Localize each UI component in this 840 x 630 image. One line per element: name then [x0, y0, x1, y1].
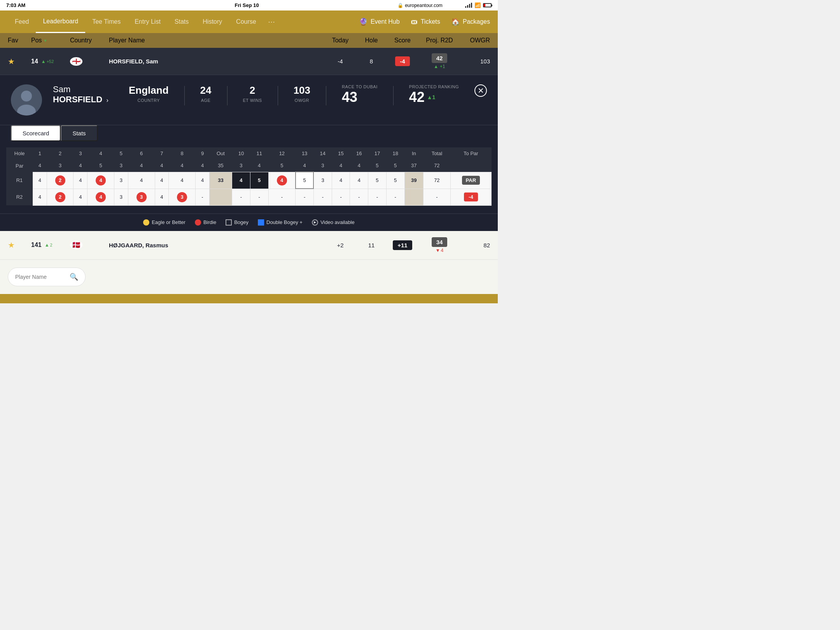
sc-r2-h3: 4 [74, 189, 88, 205]
sc-r2-label: R2 [6, 189, 33, 205]
legend-double-label: Double Bogey + [266, 219, 303, 225]
legend-double: Double Bogey + [258, 219, 303, 226]
legend-video-label: Video available [320, 219, 355, 225]
url-bar: 🔒 europeantour.com [397, 3, 443, 8]
header-fav: Fav [8, 37, 31, 44]
nav-course[interactable]: Course [229, 11, 263, 32]
nav-more-dots[interactable]: ⋯ [263, 10, 280, 33]
stat-owgr-label: OWGR [294, 98, 310, 103]
nav-event-hub[interactable]: 🔮 Event Hub [359, 18, 400, 26]
nav-leaderboard[interactable]: Leaderboard [36, 11, 85, 33]
proj-down-arrow-hojgaard: ▼ [436, 248, 440, 253]
nav-packages[interactable]: 🏠 Packages [451, 18, 490, 26]
sc-h-16: 16 [350, 147, 368, 159]
header-owgr: OWGR [459, 37, 490, 44]
sort-arrow-icon: ▼ [44, 38, 47, 43]
tab-stats[interactable]: Stats [61, 125, 97, 141]
pos-horsfield: 14 ▲ +52 [31, 58, 70, 65]
svg-point-1 [21, 91, 32, 102]
scorecard-r1-row: R1 4 2 4 4 3 4 4 4 4 33 4 5 4 5 3 4 4 5 … [6, 172, 492, 189]
nav-history[interactable]: History [196, 11, 229, 32]
scorecard-tabs: Scorecard Stats [0, 125, 498, 147]
sc-r1-h5: 3 [114, 172, 128, 189]
sc-r2-h14: - [313, 189, 332, 205]
stat-age: 24 AGE [200, 84, 212, 103]
sc-h-5: 5 [114, 147, 128, 159]
sc-h-13: 13 [296, 147, 314, 159]
stat-country: England COUNTRY [129, 84, 169, 103]
gold-bar [0, 294, 498, 303]
nav-entry-list[interactable]: Entry List [128, 11, 168, 32]
sc-p-4: 5 [88, 159, 114, 172]
stat-divider-1 [184, 86, 185, 105]
tickets-label: Tickets [421, 18, 440, 25]
close-card-button[interactable]: ✕ [474, 84, 487, 97]
race-value: 43 [342, 89, 378, 105]
search-input-wrap[interactable]: 🔍 [8, 268, 86, 286]
player-firstname-display: Sam [53, 84, 70, 94]
sc-r2-h4: 4 [88, 189, 114, 205]
sc-r2-h6: 3 [128, 189, 155, 205]
sc-p-3: 4 [74, 159, 88, 172]
sc-p-12: 5 [268, 159, 296, 172]
today-horsfield: -4 [323, 58, 358, 65]
table-header: Fav Pos ▼ Country Player Name Today Hole… [0, 33, 498, 48]
tab-scorecard[interactable]: Scorecard [11, 125, 61, 141]
sc-r2-h2: 2 [47, 189, 74, 205]
player-lastname-hojgaard: HØJGAARD [109, 242, 142, 248]
country-horsfield: 🏴󠁧󠁢󠁥󠁮󠁧󠁿 [70, 57, 109, 66]
nav-tickets[interactable]: 🎟 Tickets [411, 18, 440, 26]
search-icon[interactable]: 🔍 [70, 273, 78, 281]
header-hole: Hole [358, 37, 385, 44]
birdie-r2-h8: 3 [177, 192, 187, 202]
today-hojgaard: +2 [323, 242, 358, 248]
sc-p-5: 3 [114, 159, 128, 172]
legend-birdie-label: Birdie [203, 219, 216, 225]
player-link-arrow[interactable]: › [107, 97, 108, 103]
sc-r1-out: 33 [209, 172, 232, 189]
sc-r2-out [209, 189, 232, 205]
header-pos[interactable]: Pos ▼ [31, 37, 70, 44]
proj-badge-hojgaard: 34 [432, 237, 448, 247]
sc-p-label: Par [6, 159, 33, 172]
player-row-hojgaard[interactable]: ★ 141 ▲ 2 🇩🇰 HØJGAARD, Rasmus +2 11 +11 … [0, 231, 498, 260]
event-hub-label: Event Hub [371, 18, 400, 25]
player-card-horsfield: Sam HORSFIELD › England COUNTRY 24 AGE 2… [0, 75, 498, 125]
status-bar: 7:03 AM Fri Sep 10 🔒 europeantour.com 📶 [0, 0, 498, 10]
fav-hojgaard[interactable]: ★ [8, 240, 31, 250]
nav-stats[interactable]: Stats [168, 11, 196, 32]
sc-h-11: 11 [250, 147, 268, 159]
scorecard-legend: Eagle or Better Birdie Bogey Double Boge… [0, 214, 498, 231]
sc-h-1: 1 [33, 147, 47, 159]
battery-icon [483, 3, 492, 7]
sc-r1-h3: 4 [74, 172, 88, 189]
header-today: Today [323, 37, 358, 44]
sc-h-7: 7 [155, 147, 169, 159]
sc-r1-h14: 3 [313, 172, 332, 189]
scorecard-par-row: Par 4 3 4 5 3 4 4 4 4 35 3 4 5 4 3 4 4 5… [6, 159, 492, 172]
score-hojgaard: +11 [385, 240, 420, 250]
double-bogey-icon [258, 219, 264, 226]
sc-r2-h12: - [268, 189, 296, 205]
nav-feed[interactable]: Feed [8, 11, 36, 32]
sc-r1-h4: 4 [88, 172, 114, 189]
search-input[interactable] [15, 274, 66, 280]
sc-h-18: 18 [386, 147, 404, 159]
birdie-icon [195, 219, 201, 226]
player-row-horsfield[interactable]: ★ 14 ▲ +52 🏴󠁧󠁢󠁥󠁮󠁧󠁿 HORSFIELD, Sam -4 8 -… [0, 48, 498, 75]
fav-horsfield[interactable]: ★ [8, 57, 31, 66]
sc-h-12: 12 [268, 147, 296, 159]
sc-r2-h9: - [196, 189, 210, 205]
birdie-r2-h4: 4 [96, 192, 106, 202]
nav-tee-times[interactable]: Tee Times [85, 11, 128, 32]
stat-country-value: England [129, 84, 169, 96]
pos-number-hojgaard: 141 [31, 242, 42, 248]
sc-r1-h11: 5 [250, 172, 268, 189]
sc-p-8: 4 [169, 159, 196, 172]
stat-age-label: AGE [200, 98, 212, 103]
star-icon-horsfield[interactable]: ★ [8, 57, 15, 66]
player-name-horsfield[interactable]: Sam HORSFIELD › [53, 84, 118, 105]
signal-icon [465, 3, 472, 8]
stat-divider-4 [326, 86, 326, 105]
star-icon-hojgaard[interactable]: ★ [8, 241, 15, 249]
